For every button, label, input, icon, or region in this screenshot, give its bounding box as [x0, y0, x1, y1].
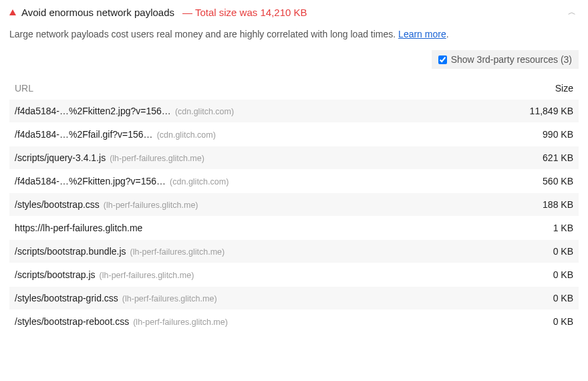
toggle-row: Show 3rd-party resources (3): [9, 50, 579, 69]
audit-panel: Avoid enormous network payloads — Total …: [0, 0, 588, 343]
url-cell: https://lh-perf-failures.glitch.me: [15, 223, 513, 233]
size-cell: 0 KB: [513, 316, 573, 327]
url-path[interactable]: /scripts/bootstrap.bundle.js: [15, 246, 126, 257]
warning-triangle-icon: [9, 9, 16, 15]
table-row: /styles/bootstrap.css(lh-perf-failures.g…: [9, 193, 579, 217]
size-cell: 11,849 KB: [513, 106, 573, 116]
url-path[interactable]: /f4da5184-…%2Fkitten.jpg?v=156…: [15, 176, 166, 186]
url-path[interactable]: /styles/bootstrap-grid.css: [15, 293, 118, 303]
learn-more-link[interactable]: Learn more: [398, 29, 446, 39]
size-cell: 0 KB: [513, 293, 573, 303]
table-row: /f4da5184-…%2Fkitten.jpg?v=156…(cdn.glit…: [9, 170, 579, 193]
table-row: /scripts/bootstrap.js(lh-perf-failures.g…: [9, 263, 579, 287]
size-cell: 1 KB: [513, 223, 573, 233]
column-url-header: URL: [15, 83, 513, 94]
audit-header[interactable]: Avoid enormous network payloads — Total …: [9, 7, 579, 18]
url-host: (lh-perf-failures.glitch.me): [100, 271, 194, 280]
table-row: /styles/bootstrap-reboot.css(lh-perf-fai…: [9, 310, 579, 334]
url-cell: /styles/bootstrap.css(lh-perf-failures.g…: [15, 199, 513, 210]
column-size-header: Size: [513, 83, 573, 94]
table-row: /scripts/jquery-3.4.1.js(lh-perf-failure…: [9, 146, 579, 170]
table-row: /scripts/bootstrap.bundle.js(lh-perf-fai…: [9, 240, 579, 263]
url-cell: /scripts/bootstrap.js(lh-perf-failures.g…: [15, 269, 513, 280]
url-host: (lh-perf-failures.glitch.me): [110, 154, 204, 163]
size-cell: 188 KB: [513, 199, 573, 210]
size-cell: 0 KB: [513, 246, 573, 257]
audit-subtitle: — Total size was 14,210 KB: [182, 7, 307, 18]
size-cell: 560 KB: [513, 176, 573, 186]
url-cell: /styles/bootstrap-grid.css(lh-perf-failu…: [15, 293, 513, 303]
table-row: /f4da5184-…%2Fkitten2.jpg?v=156…(cdn.gli…: [9, 100, 579, 123]
chevron-up-icon: ︿: [568, 7, 579, 18]
url-cell: /f4da5184-…%2Fkitten2.jpg?v=156…(cdn.gli…: [15, 106, 513, 116]
url-cell: /styles/bootstrap-reboot.css(lh-perf-fai…: [15, 316, 513, 327]
third-party-checkbox[interactable]: [438, 55, 447, 64]
url-host: (lh-perf-failures.glitch.me): [130, 247, 225, 257]
url-path[interactable]: /scripts/jquery-3.4.1.js: [15, 152, 106, 163]
table-header: URL Size: [9, 77, 579, 100]
size-cell: 990 KB: [513, 129, 573, 140]
url-path[interactable]: https://lh-perf-failures.glitch.me: [15, 223, 142, 233]
size-cell: 0 KB: [513, 269, 573, 280]
url-path[interactable]: /styles/bootstrap-reboot.css: [15, 316, 129, 327]
size-cell: 621 KB: [513, 152, 573, 163]
url-path[interactable]: /styles/bootstrap.css: [15, 199, 100, 210]
audit-description: Large network payloads cost users real m…: [9, 27, 579, 41]
url-cell: /scripts/bootstrap.bundle.js(lh-perf-fai…: [15, 246, 513, 257]
url-cell: /scripts/jquery-3.4.1.js(lh-perf-failure…: [15, 152, 513, 163]
url-path[interactable]: /f4da5184-…%2Fkitten2.jpg?v=156…: [15, 106, 171, 116]
url-host: (lh-perf-failures.glitch.me): [122, 294, 217, 303]
url-cell: /f4da5184-…%2Ffail.gif?v=156…(cdn.glitch…: [15, 129, 513, 140]
url-path[interactable]: /f4da5184-…%2Ffail.gif?v=156…: [15, 129, 153, 140]
url-host: (lh-perf-failures.glitch.me): [133, 318, 228, 327]
url-path[interactable]: /scripts/bootstrap.js: [15, 269, 96, 280]
table-row: /f4da5184-…%2Ffail.gif?v=156…(cdn.glitch…: [9, 123, 579, 146]
url-host: (lh-perf-failures.glitch.me): [104, 201, 198, 210]
description-text: Large network payloads cost users real m…: [9, 29, 398, 39]
audit-title: Avoid enormous network payloads: [21, 7, 174, 18]
url-cell: /f4da5184-…%2Fkitten.jpg?v=156…(cdn.glit…: [15, 176, 513, 186]
description-period: .: [446, 29, 449, 39]
third-party-toggle[interactable]: Show 3rd-party resources (3): [432, 50, 579, 69]
url-host: (cdn.glitch.com): [175, 107, 234, 116]
payload-table: URL Size /f4da5184-…%2Fkitten2.jpg?v=156…: [9, 77, 579, 334]
table-row: https://lh-perf-failures.glitch.me1 KB: [9, 217, 579, 240]
table-row: /styles/bootstrap-grid.css(lh-perf-failu…: [9, 287, 579, 310]
url-host: (cdn.glitch.com): [170, 177, 229, 186]
third-party-label: Show 3rd-party resources (3): [451, 54, 572, 65]
url-host: (cdn.glitch.com): [157, 130, 216, 140]
